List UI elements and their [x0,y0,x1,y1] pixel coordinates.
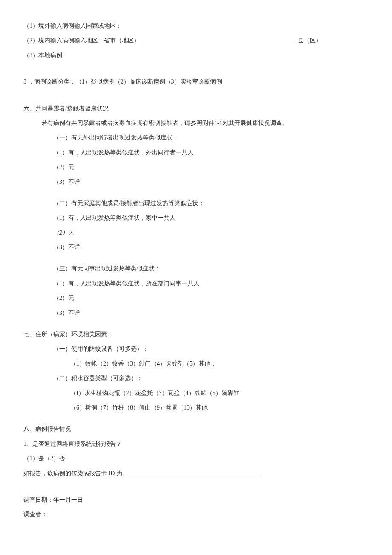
item-3: 3 ．病例诊断分类：（1）疑似病例（2）临床诊断病例（3）实验室诊断病例 [23,77,369,87]
s8-q1-opts: （1）是（2）否 [23,454,369,463]
section-7-header: 七、住所（病家）环境相关因素： [23,330,369,339]
s6-q3: （三）有无同事出现过发热等类似症状： [23,264,369,273]
s6-q2-opt2: （2）无 [23,228,369,238]
surveyor: 调查者： [23,510,369,519]
section-6-intro: 若有病例有共同暴露者或者病毒血症期有密切接触者，请参照附件1-1对其开展健康状况… [23,119,369,128]
s6-q1-opt1: （1）有，人出现发热等类似症状，外出同行者一共人 [23,148,369,157]
s6-q3-opt2: （2）无 [23,293,369,303]
item-1-2: （2）境内输入病例输入地区：省市（地区） 县（区） [23,36,369,45]
section-8-header: 八、病例报告情况 [23,424,369,434]
s6-q2: （二）有无家庭其他成员/接触者出现过发热等类似症状： [23,199,369,208]
s6-q2-opt3: （3）不详 [23,243,369,252]
s6-q1-opt2: （2）无 [23,163,369,172]
s7-q1-opts: （1）蚊帐（2）蚊香（3）纱门（4）灭蚊剂（5）其他： [23,359,369,369]
s7-q2: （二）积水容器类型（可多选）： [23,374,369,383]
s6-q1: （一）有无外出同行者出现过发热等类似症状： [23,133,369,142]
blank-report-id[interactable] [124,469,261,475]
section-6-header: 六、共同暴露者/接触者健康状况 [23,104,369,113]
survey-date: 调查日期：年一月一日 [23,495,369,505]
s6-q1-opt3: （3）不详 [23,177,369,187]
s7-q2-opts-a: （I）水生植物花瓶（2）花盆托（3）瓦盆（4）铁罐（5）碗碟缸 [23,389,369,398]
s6-q2-opt1: （1）有，人出现发热等类似症状，家中一共人 [23,213,369,223]
item-1-3: （3）本地病例 [23,51,369,60]
item-1-1: （1）境外输入病例输入国家或地区： [23,21,369,31]
s8-q1: 1、是否通过网络直报系统进行报告？ [23,439,369,449]
s7-q2-opts-b: （6）树洞（7）竹桩（8）假山（9）盆景（10）其他 [23,403,369,413]
text-1-2a: （2）境内输入病例输入地区：省市（地区） [23,37,141,44]
blank-province[interactable] [142,36,296,42]
s8-report-id-label: 如报告，该病例的传染病报告卡 ID 为 [23,470,124,477]
s7-q1: （一）使用的防蚊设备（可多选）： [23,344,369,354]
s6-q3-opt1: （1）有，人出现发热等类似症状，所在部门同事一共人 [23,279,369,288]
s6-q3-opt3: （3）不详 [23,308,369,318]
s8-report-id: 如报告，该病例的传染病报告卡 ID 为 [23,469,369,478]
text-1-2b: 县（区） [298,37,322,44]
